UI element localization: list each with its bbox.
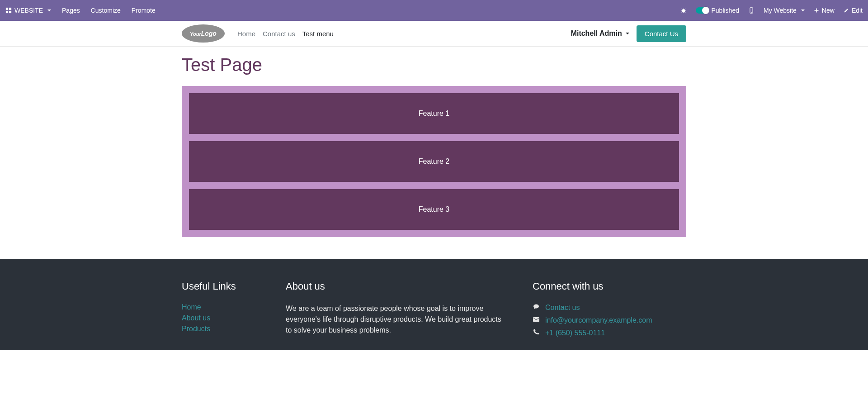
pages-menu[interactable]: Pages (62, 7, 80, 14)
logo-text-your: Your (190, 31, 201, 37)
new-button[interactable]: New (814, 7, 835, 14)
footer: Useful Links Home About us Products Abou… (0, 259, 868, 350)
contact-us-button[interactable]: Contact Us (637, 25, 686, 42)
svg-point-13 (751, 12, 751, 13)
edit-label: Edit (852, 7, 863, 14)
about-title: About us (286, 281, 507, 292)
edit-button[interactable]: Edit (844, 7, 863, 14)
logo-text-logo: Logo (201, 30, 217, 37)
chat-icon (533, 303, 541, 312)
feature-item-3: Feature 3 (189, 189, 679, 230)
user-dropdown[interactable]: Mitchell Admin (571, 29, 629, 38)
chevron-down-icon (626, 33, 629, 34)
svg-rect-3 (9, 11, 11, 13)
svg-line-11 (685, 12, 686, 13)
envelope-icon (533, 316, 541, 325)
nav-home[interactable]: Home (237, 30, 255, 38)
chevron-down-icon (801, 10, 805, 11)
connect-email-link[interactable]: info@yourcompany.example.com (545, 316, 652, 324)
feature-item-1: Feature 1 (189, 93, 679, 134)
grid-icon (5, 7, 12, 14)
page-title: Test Page (182, 55, 686, 75)
svg-rect-15 (814, 10, 818, 11)
site-header: YourLogo Home Contact us Test menu Mitch… (0, 21, 868, 47)
user-name: Mitchell Admin (571, 29, 622, 38)
nav-test-menu[interactable]: Test menu (302, 30, 334, 38)
footer-link-about[interactable]: About us (182, 314, 210, 322)
my-website-dropdown[interactable]: My Website (764, 7, 805, 14)
toggle-knob (702, 7, 709, 14)
connect-contact-row: Contact us (533, 303, 686, 312)
connect-phone-link[interactable]: +1 (650) 555-0111 (545, 329, 605, 337)
logo[interactable]: YourLogo (182, 24, 225, 43)
svg-rect-2 (6, 11, 8, 13)
promote-menu[interactable]: Promote (132, 7, 156, 14)
footer-link-home[interactable]: Home (182, 303, 201, 311)
connect-title: Connect with us (533, 281, 686, 292)
svg-line-10 (682, 12, 683, 13)
bug-icon (680, 7, 687, 14)
footer-link-products[interactable]: Products (182, 325, 210, 333)
new-label: New (822, 7, 835, 14)
customize-menu[interactable]: Customize (91, 7, 121, 14)
footer-useful-links: Useful Links Home About us Products (182, 281, 268, 341)
connect-email-row: info@yourcompany.example.com (533, 316, 686, 325)
useful-links-title: Useful Links (182, 281, 268, 292)
footer-connect: Connect with us Contact us info@yourcomp… (533, 281, 686, 341)
publish-group: Published (696, 7, 739, 14)
feature-block: Feature 1 Feature 2 Feature 3 (182, 86, 686, 237)
my-website-label: My Website (764, 7, 797, 14)
connect-phone-row: +1 (650) 555-0111 (533, 329, 686, 338)
mobile-icon (748, 7, 755, 14)
svg-point-16 (533, 305, 539, 309)
publish-toggle[interactable] (696, 7, 708, 14)
footer-about: About us We are a team of passionate peo… (286, 281, 507, 341)
nav-contact[interactable]: Contact us (263, 30, 295, 38)
svg-line-9 (685, 9, 686, 10)
debug-button[interactable] (680, 7, 687, 14)
svg-rect-1 (9, 8, 11, 10)
pencil-icon (844, 8, 849, 13)
admin-bar: WEBSITE Pages Customize Promote Publishe… (0, 0, 868, 21)
mobile-preview-button[interactable] (748, 7, 755, 14)
phone-icon (533, 329, 541, 338)
nav-menu: Home Contact us Test menu (237, 30, 334, 38)
publish-label: Published (711, 7, 739, 14)
svg-line-8 (682, 9, 683, 10)
about-text: We are a team of passionate people whose… (286, 303, 507, 336)
website-switcher[interactable]: WEBSITE (5, 7, 51, 14)
plus-icon (814, 8, 819, 13)
page-content: Test Page Feature 1 Feature 2 Feature 3 (176, 55, 692, 237)
feature-item-2: Feature 2 (189, 141, 679, 182)
chevron-down-icon (47, 10, 51, 11)
connect-contact-link[interactable]: Contact us (545, 304, 580, 312)
website-switcher-label: WEBSITE (14, 7, 43, 14)
svg-rect-0 (6, 8, 8, 10)
svg-rect-17 (533, 317, 539, 322)
